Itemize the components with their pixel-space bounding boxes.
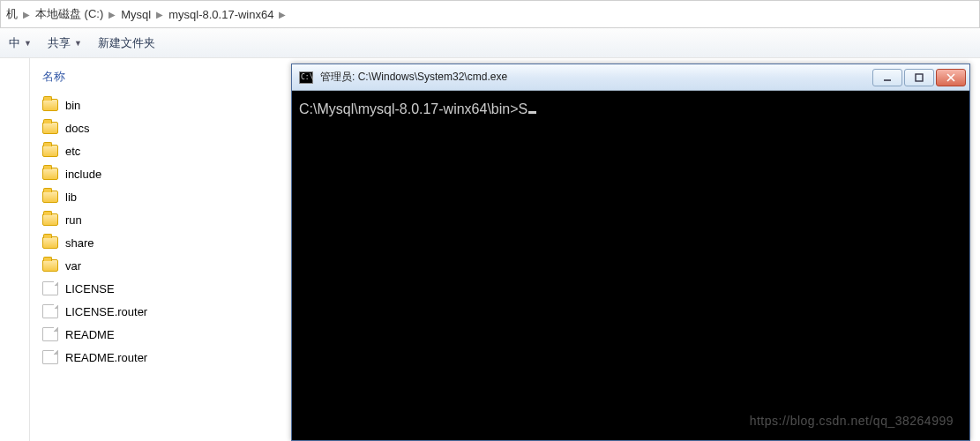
chevron-right-icon[interactable]: ▶ (279, 10, 286, 19)
file-name: share (65, 236, 94, 250)
toolbar-label: 新建文件夹 (98, 35, 155, 51)
file-name: LICENSE.router (65, 305, 147, 318)
folder-icon (42, 145, 58, 157)
toolbar-fragment[interactable]: 中 ▼ (9, 35, 32, 51)
chevron-right-icon[interactable]: ▶ (23, 10, 30, 19)
breadcrumb-item[interactable]: mysql-8.0.17-winx64 ▶ (168, 8, 286, 21)
breadcrumb-text: mysql-8.0.17-winx64 (168, 8, 273, 21)
file-name: lib (65, 191, 77, 204)
file-icon (42, 281, 58, 295)
chevron-down-icon: ▼ (74, 39, 82, 48)
cmd-body[interactable]: C:\Mysql\mysql-8.0.17-winx64\bin>S https… (292, 91, 969, 440)
folder-icon (42, 99, 58, 111)
folder-icon (42, 213, 58, 226)
chevron-down-icon: ▼ (24, 39, 32, 48)
cursor-icon (528, 111, 536, 114)
file-name: run (65, 213, 82, 227)
file-name: README (65, 328, 115, 341)
file-name: README.router (65, 351, 147, 364)
breadcrumb-item[interactable]: Mysql ▶ (121, 8, 163, 21)
cmd-icon (299, 71, 313, 84)
file-icon (42, 304, 58, 318)
toolbar-label: 共享 (48, 35, 71, 51)
file-name: var (65, 259, 81, 273)
folder-icon (42, 236, 58, 249)
folder-icon (42, 191, 58, 203)
file-name: include (65, 168, 101, 181)
breadcrumb[interactable]: 机 ▶ 本地磁盘 (C:) ▶ Mysql ▶ mysql-8.0.17-win… (0, 0, 980, 28)
breadcrumb-text: Mysql (121, 8, 151, 21)
file-name: LICENSE (65, 282, 115, 295)
cmd-window[interactable]: 管理员: C:\Windows\System32\cmd.exe C:\Mysq… (291, 64, 970, 441)
toolbar-label: 中 (9, 35, 20, 51)
window-controls (871, 69, 966, 86)
cmd-prompt-line: C:\Mysql\mysql-8.0.17-winx64\bin>S (299, 101, 527, 116)
folder-icon (42, 122, 58, 134)
breadcrumb-item[interactable]: 本地磁盘 (C:) ▶ (35, 6, 116, 22)
explorer-toolbar: 中 ▼ 共享 ▼ 新建文件夹 (0, 28, 980, 58)
watermark: https://blog.csdn.net/qq_38264999 (750, 414, 954, 428)
share-button[interactable]: 共享 ▼ (48, 35, 82, 51)
new-folder-button[interactable]: 新建文件夹 (98, 35, 155, 51)
maximize-button[interactable] (904, 69, 934, 86)
breadcrumb-text: 本地磁盘 (C:) (35, 6, 103, 22)
cmd-titlebar[interactable]: 管理员: C:\Windows\System32\cmd.exe (292, 64, 969, 91)
svg-rect-1 (916, 74, 923, 81)
chevron-right-icon[interactable]: ▶ (156, 10, 163, 19)
file-icon (42, 350, 58, 364)
close-button[interactable] (936, 69, 966, 86)
cmd-title: 管理员: C:\Windows\System32\cmd.exe (320, 70, 864, 85)
nav-pane[interactable] (0, 58, 30, 441)
breadcrumb-fragment: 机 ▶ (6, 6, 30, 22)
file-name: etc (65, 145, 80, 158)
chevron-right-icon[interactable]: ▶ (108, 10, 116, 19)
breadcrumb-text: 机 (6, 6, 18, 22)
minimize-button[interactable] (872, 69, 902, 86)
folder-icon (42, 259, 58, 272)
file-icon (42, 327, 58, 341)
file-name: bin (65, 99, 80, 112)
file-name: docs (65, 122, 89, 135)
folder-icon (42, 168, 58, 180)
